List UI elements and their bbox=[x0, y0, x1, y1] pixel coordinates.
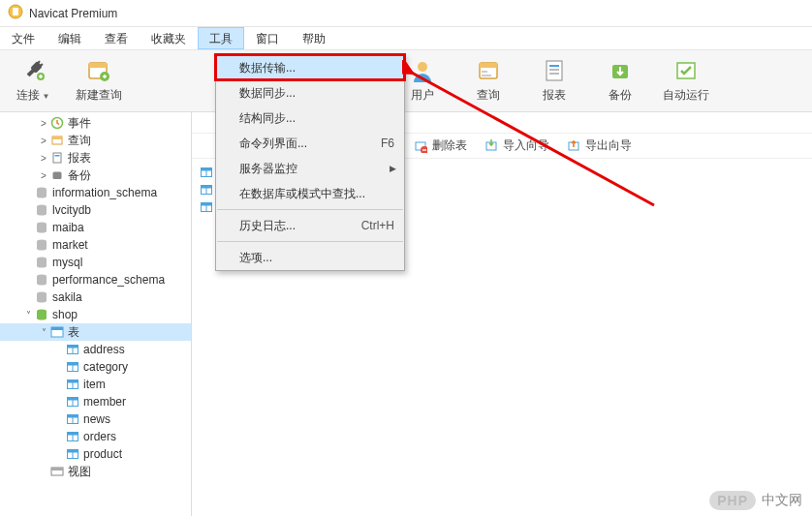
table-icon bbox=[66, 447, 83, 461]
ctx-item[interactable]: 历史日志...Ctrl+H bbox=[216, 213, 404, 238]
tree-views-label: 视图 bbox=[68, 464, 91, 480]
svg-rect-15 bbox=[482, 75, 491, 76]
app-logo-icon bbox=[8, 4, 23, 22]
backup-icon bbox=[607, 54, 634, 87]
tree-db[interactable]: market bbox=[0, 236, 191, 254]
tree-db[interactable]: performance_schema bbox=[0, 271, 191, 288]
event-icon bbox=[50, 116, 68, 130]
tree-tables-node[interactable]: ˅ 表 bbox=[0, 323, 191, 341]
tree-db[interactable]: maiba bbox=[0, 219, 191, 236]
tree-table[interactable]: member bbox=[0, 393, 191, 410]
tree-db[interactable]: mysql bbox=[0, 254, 191, 271]
new-query-icon bbox=[85, 54, 112, 87]
menu-favorites[interactable]: 收藏夹 bbox=[140, 27, 198, 49]
tree-db[interactable]: information_schema bbox=[0, 184, 191, 201]
query-icon bbox=[50, 134, 68, 147]
tree-db[interactable]: lvcitydb bbox=[0, 201, 191, 219]
ctx-item[interactable]: 结构同步... bbox=[216, 106, 404, 131]
tree-table[interactable]: category bbox=[0, 358, 191, 376]
svg-rect-18 bbox=[549, 69, 559, 71]
table-icon bbox=[66, 395, 83, 409]
tool-report-label: 报表 bbox=[543, 87, 566, 104]
svg-rect-63 bbox=[422, 149, 426, 150]
svg-rect-60 bbox=[51, 468, 63, 470]
tree-table[interactable]: item bbox=[0, 376, 191, 393]
main-toolbar: 连接▼ 新建查询 事▼ 用户 查询 报表 备份 bbox=[0, 50, 812, 112]
obj-import-label: 导入向导 bbox=[503, 137, 549, 154]
table-icon bbox=[66, 343, 83, 356]
tree-db-shop[interactable]: ˅ shop bbox=[0, 306, 191, 323]
menu-window[interactable]: 窗口 bbox=[244, 27, 291, 49]
tool-connect[interactable]: 连接▼ bbox=[0, 54, 66, 108]
tool-new-query[interactable]: 新建查询 bbox=[66, 54, 132, 108]
tool-report[interactable]: 报表 bbox=[521, 54, 587, 108]
tree-item[interactable]: >事件 bbox=[0, 114, 191, 132]
svg-line-3 bbox=[38, 61, 40, 63]
tool-backup[interactable]: 备份 bbox=[587, 54, 653, 108]
database-icon bbox=[35, 273, 52, 287]
table-icon bbox=[66, 430, 83, 443]
svg-rect-37 bbox=[51, 327, 63, 330]
obj-export-label: 导出向导 bbox=[585, 137, 632, 154]
app-title: Navicat Premium bbox=[29, 7, 117, 20]
menu-tools[interactable]: 工具 bbox=[198, 27, 244, 49]
report-icon bbox=[541, 54, 568, 87]
tool-automation[interactable]: 自动运行 bbox=[653, 54, 719, 108]
svg-rect-14 bbox=[482, 71, 487, 73]
query-icon bbox=[475, 54, 502, 87]
svg-rect-27 bbox=[53, 172, 62, 180]
chevron-right-icon: ▶ bbox=[390, 164, 396, 173]
obj-delete-table[interactable]: 删除表 bbox=[407, 136, 474, 157]
svg-point-11 bbox=[418, 62, 427, 72]
watermark-text: 中文网 bbox=[762, 492, 802, 509]
tree-item[interactable]: >查询 bbox=[0, 132, 191, 149]
delete-icon bbox=[414, 139, 427, 153]
menu-edit[interactable]: 编辑 bbox=[47, 27, 93, 49]
tree-table[interactable]: product bbox=[0, 445, 191, 463]
table-icon bbox=[66, 378, 83, 391]
menu-file[interactable]: 文件 bbox=[0, 27, 47, 49]
tool-automation-label: 自动运行 bbox=[663, 87, 709, 104]
tree-table[interactable]: orders bbox=[0, 428, 191, 445]
database-icon bbox=[35, 221, 52, 234]
database-icon bbox=[35, 203, 52, 217]
plug-icon bbox=[19, 54, 47, 87]
tree-db[interactable]: sakila bbox=[0, 288, 191, 306]
watermark-pill: PHP bbox=[709, 491, 756, 510]
svg-rect-25 bbox=[53, 153, 61, 163]
ctx-item[interactable]: 服务器监控▶ bbox=[216, 156, 404, 181]
ctx-item[interactable]: 命令列界面...F6 bbox=[216, 131, 404, 156]
database-icon bbox=[35, 238, 52, 252]
tree-table[interactable]: address bbox=[0, 341, 191, 358]
menu-view[interactable]: 查看 bbox=[93, 27, 140, 49]
tool-new-query-label: 新建查询 bbox=[76, 87, 122, 104]
chevron-down-icon: ▼ bbox=[43, 92, 50, 101]
ctx-item[interactable]: 选项... bbox=[216, 245, 404, 270]
tree-item[interactable]: >备份 bbox=[0, 167, 191, 184]
tools-menu[interactable]: 数据传输...数据同步...结构同步...命令列界面...F6服务器监控▶在数据… bbox=[215, 54, 405, 271]
menu-help[interactable]: 帮助 bbox=[291, 27, 337, 49]
tree-views-node[interactable]: 视图 bbox=[0, 463, 191, 480]
obj-import-wizard[interactable]: 导入向导 bbox=[478, 136, 556, 157]
obj-export-wizard[interactable]: 导出向导 bbox=[560, 136, 639, 157]
table-icon bbox=[66, 360, 83, 374]
database-icon bbox=[35, 186, 52, 199]
connection-tree[interactable]: >事件>查询>报表>备份 information_schema lvcitydb… bbox=[0, 112, 192, 516]
svg-rect-13 bbox=[480, 63, 497, 68]
table-icon bbox=[200, 183, 213, 199]
svg-rect-19 bbox=[549, 73, 559, 75]
svg-rect-24 bbox=[52, 137, 62, 139]
table-icon bbox=[66, 412, 83, 426]
ctx-item[interactable]: 数据同步... bbox=[216, 80, 404, 106]
ctx-item[interactable]: 在数据库或模式中查找... bbox=[216, 181, 404, 206]
tree-table[interactable]: news bbox=[0, 410, 191, 428]
tree-item[interactable]: >报表 bbox=[0, 149, 191, 167]
tree-tables-label: 表 bbox=[68, 324, 79, 341]
svg-rect-17 bbox=[549, 65, 559, 67]
tool-query-label: 查询 bbox=[477, 87, 500, 104]
report-icon bbox=[50, 151, 68, 165]
svg-rect-26 bbox=[55, 155, 60, 157]
tool-query[interactable]: 查询 bbox=[455, 54, 521, 108]
ctx-item[interactable]: 数据传输... bbox=[216, 55, 404, 80]
tool-backup-label: 备份 bbox=[609, 87, 632, 104]
